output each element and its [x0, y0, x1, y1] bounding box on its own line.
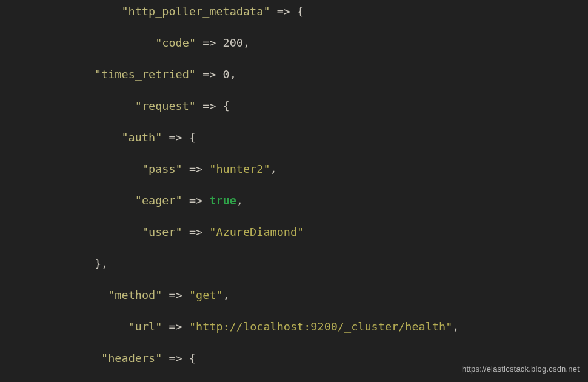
- code-pre: "http_poller_metadata" => { "code" => 20…: [0, 4, 588, 382]
- comma-token: ,: [230, 68, 236, 81]
- value-number: 0: [223, 68, 230, 81]
- arrow-token: =>: [189, 194, 202, 207]
- code-line: "code" => 200,: [0, 35, 588, 51]
- key: "auth": [121, 131, 162, 144]
- comma-token: ,: [223, 289, 230, 301]
- key: "pass": [142, 163, 182, 175]
- value-string: "http://localhost:9200/_cluster/health": [189, 320, 452, 333]
- watermark: https://elasticstack.blog.csdn.net: [462, 361, 580, 377]
- key: "code": [155, 36, 196, 49]
- brace-token: {: [297, 5, 304, 18]
- key: "eager": [135, 194, 182, 207]
- arrow-token: =>: [169, 352, 182, 364]
- comma-token: ,: [101, 257, 108, 270]
- key: "method": [108, 289, 162, 301]
- arrow-token: =>: [202, 68, 216, 81]
- code-line: "url" => "http://localhost:9200/_cluster…: [0, 319, 588, 335]
- key: "http_poller_metadata": [121, 5, 270, 18]
- arrow-token: =>: [169, 131, 182, 144]
- code-line: },: [0, 256, 588, 272]
- comma-token: ,: [270, 163, 277, 175]
- comma-token: ,: [236, 194, 243, 207]
- arrow-token: =>: [169, 320, 182, 333]
- code-line: "pass" => "hunter2",: [0, 161, 588, 177]
- arrow-token: =>: [189, 226, 202, 238]
- code-line: "request" => {: [0, 98, 588, 114]
- arrow-token: =>: [277, 5, 290, 18]
- code-block: "http_poller_metadata" => { "code" => 20…: [0, 0, 588, 382]
- value-string: "AzureDiamond": [209, 226, 304, 238]
- arrow-token: =>: [189, 163, 202, 175]
- value-string: "get": [189, 289, 223, 301]
- code-line: "user" => "AzureDiamond": [0, 224, 588, 240]
- arrow-token: =>: [169, 289, 182, 301]
- brace-token: {: [189, 131, 196, 144]
- code-line: "http_poller_metadata" => {: [0, 4, 588, 19]
- key: "user": [142, 226, 182, 238]
- comma-token: ,: [243, 36, 250, 49]
- arrow-token: =>: [202, 99, 216, 112]
- arrow-token: =>: [202, 36, 216, 49]
- value-string: "hunter2": [209, 163, 270, 175]
- value-number: 200: [223, 36, 243, 49]
- comma-token: ,: [452, 320, 459, 333]
- brace-token: {: [189, 352, 196, 364]
- key: "url": [129, 320, 162, 333]
- code-line: "eager" => true,: [0, 193, 588, 209]
- key: "request": [135, 99, 196, 112]
- brace-token: {: [223, 99, 230, 112]
- code-line: "auth" => {: [0, 130, 588, 146]
- brace-token: }: [95, 257, 101, 270]
- value-boolean: true: [209, 194, 236, 207]
- key: "headers": [101, 352, 162, 364]
- code-line: "method" => "get",: [0, 287, 588, 303]
- code-line: "times_retried" => 0,: [0, 67, 588, 82]
- key: "times_retried": [95, 68, 196, 81]
